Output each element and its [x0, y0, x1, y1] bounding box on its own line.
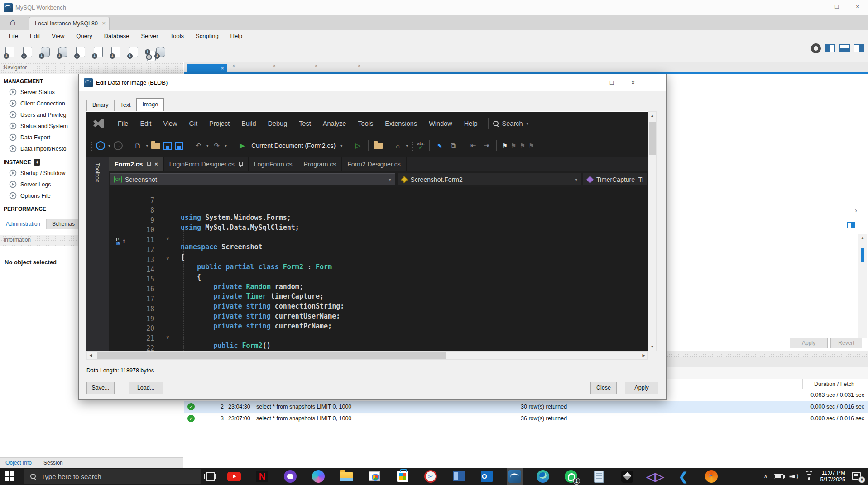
menu-item[interactable]: File: [3, 30, 24, 42]
create-table-icon[interactable]: +: [74, 45, 88, 59]
create-procedure-icon[interactable]: +: [110, 45, 123, 59]
create-view-icon[interactable]: +: [92, 45, 106, 59]
taskbar-3d-app-icon[interactable]: [619, 468, 635, 485]
taskbar-netflix-icon[interactable]: N: [254, 468, 270, 485]
side-panel-icon[interactable]: [847, 222, 855, 228]
query-tab-close-icon[interactable]: ×: [315, 63, 317, 68]
menu-item[interactable]: View: [46, 30, 70, 42]
editor-vertical-scrollbar[interactable]: ▲: [858, 234, 867, 338]
scroll-right-icon[interactable]: ▶: [640, 352, 647, 359]
scroll-up-icon[interactable]: ▲: [858, 236, 867, 240]
taskbar-outlook-icon[interactable]: [479, 468, 495, 485]
task-view-icon[interactable]: [206, 472, 215, 481]
taskbar-file-explorer-icon[interactable]: [338, 468, 355, 485]
window-minimize-button[interactable]: —: [806, 0, 826, 14]
clock[interactable]: 11:07 PM 5/17/2025: [820, 470, 845, 483]
bottom-tab[interactable]: Session: [43, 460, 63, 466]
apply-button[interactable]: Apply: [625, 382, 658, 394]
taskbar-remote-window-icon[interactable]: [451, 468, 467, 485]
query-tab-close-icon[interactable]: ×: [358, 63, 360, 68]
output-row[interactable]: ✓ 2 23:04:30 select * from snapshots LIM…: [184, 401, 868, 413]
scroll-up-icon[interactable]: ▲: [648, 112, 656, 119]
dialog-close-button[interactable]: ×: [623, 76, 643, 89]
taskbar-copilot-icon[interactable]: [310, 468, 326, 485]
dialog-horizontal-scrollbar[interactable]: ◀ ▶: [86, 351, 648, 360]
query-tab-close-icon[interactable]: ×: [221, 65, 224, 71]
scrollbar-thumb[interactable]: [649, 122, 656, 155]
find-in-files-icon: [374, 143, 383, 149]
wifi-icon[interactable]: [805, 473, 814, 480]
sidebar-tab[interactable]: Schemas: [46, 219, 81, 229]
taskbar-notepad-icon[interactable]: [591, 468, 607, 485]
open-sql-script-icon[interactable]: +: [21, 45, 35, 59]
dialog-titlebar[interactable]: Edit Data for image (BLOB) — □ ×: [79, 74, 666, 91]
query-tab-close-icon[interactable]: ×: [232, 63, 235, 68]
scroll-left-icon[interactable]: ◀: [87, 352, 95, 359]
taskbar-chrome-icon[interactable]: [366, 468, 383, 485]
dialog-minimize-button[interactable]: —: [580, 76, 601, 89]
search-table-data-icon[interactable]: +: [145, 49, 150, 55]
taskbar-visual-studio-icon[interactable]: ◁▷: [647, 468, 663, 485]
sidebar-bottom-tabs: Object InfoSession: [0, 457, 183, 468]
load-button[interactable]: Load...: [129, 382, 163, 394]
taskbar-search-box[interactable]: Type here to search: [24, 469, 201, 484]
volume-icon[interactable]: [790, 473, 798, 480]
window-maximize-button[interactable]: □: [826, 0, 847, 14]
tray-time: 11:07 PM: [821, 470, 845, 476]
toggle-left-panel-icon[interactable]: [825, 44, 835, 52]
taskbar-edge-icon[interactable]: [535, 468, 551, 485]
taskbar-screenshot-tool-icon[interactable]: ✂: [703, 468, 719, 485]
menu-item[interactable]: Edit: [24, 30, 46, 42]
window-close-button[interactable]: ×: [847, 0, 868, 14]
menu-item[interactable]: Tools: [164, 30, 190, 42]
output-row[interactable]: ✓ 3 23:07:00 select * from snapshots LIM…: [184, 413, 868, 424]
notification-center-icon[interactable]: 8: [852, 471, 863, 481]
tray-expand-chevron-icon[interactable]: ∧: [764, 473, 768, 480]
dialog-maximize-button[interactable]: □: [601, 76, 622, 89]
dialog-tab[interactable]: Text: [114, 100, 136, 111]
main-menubar: FileEditViewQueryDatabaseServerToolsScri…: [0, 30, 868, 42]
new-sql-tab-icon[interactable]: +: [4, 45, 17, 59]
taskbar-youtube-icon[interactable]: [226, 468, 242, 485]
scrollbar-thumb[interactable]: [861, 248, 864, 262]
create-schema-icon[interactable]: +: [57, 45, 70, 59]
bottom-tab[interactable]: Object Info: [5, 460, 32, 466]
dialog-tab[interactable]: Image: [136, 98, 164, 111]
menu-item[interactable]: Scripting: [190, 30, 225, 42]
connection-tab[interactable]: Local instance MySQL80 ×: [29, 17, 110, 30]
reconnect-dbms-icon[interactable]: +: [154, 45, 168, 59]
close-button[interactable]: Close: [590, 382, 617, 394]
query-tab-close-icon[interactable]: ×: [273, 63, 276, 68]
taskbar-snipping-tool-icon[interactable]: ✂: [422, 468, 439, 485]
taskbar-microsoft-store-icon[interactable]: [394, 468, 411, 485]
create-function-icon[interactable]: +: [127, 45, 141, 59]
menu-item[interactable]: Database: [98, 30, 135, 42]
home-tab[interactable]: ⌂: [0, 15, 25, 30]
dialog-tab[interactable]: Binary: [86, 100, 114, 111]
menu-item[interactable]: Server: [135, 30, 164, 42]
taskbar-github-icon[interactable]: [282, 468, 298, 485]
collapse-panel-chevron-icon[interactable]: ›: [855, 206, 857, 214]
taskbar-vscode-icon[interactable]: ❮: [675, 468, 691, 485]
battery-icon[interactable]: [774, 474, 784, 479]
scroll-down-icon[interactable]: ▼: [648, 343, 656, 351]
toggle-output-panel-icon[interactable]: [839, 44, 850, 52]
apply-button-disabled[interactable]: Apply: [790, 338, 828, 348]
dialog-vertical-scrollbar[interactable]: ▲ ▼: [648, 111, 657, 351]
taskbar-whatsapp-icon[interactable]: 1: [563, 468, 579, 485]
save-all-icon: [175, 142, 183, 150]
save-button[interactable]: Save...: [86, 382, 115, 394]
connection-tab-close-icon[interactable]: ×: [102, 17, 106, 30]
active-query-tab[interactable]: ×: [187, 64, 227, 74]
row-duration: 0.000 sec / 0.016 sec: [810, 413, 864, 424]
help-ring-icon[interactable]: [811, 43, 821, 53]
toggle-right-panel-icon[interactable]: [854, 44, 864, 52]
revert-button-disabled[interactable]: Revert: [830, 338, 862, 348]
sidebar-tab[interactable]: Administration: [0, 219, 46, 229]
menu-item[interactable]: Help: [225, 30, 249, 42]
taskbar-mysql-workbench-icon[interactable]: [507, 468, 523, 485]
menu-item[interactable]: Query: [70, 30, 98, 42]
scrollbar-thumb[interactable]: [97, 352, 446, 359]
inspector-icon[interactable]: +: [39, 45, 53, 59]
start-button[interactable]: [5, 471, 14, 481]
